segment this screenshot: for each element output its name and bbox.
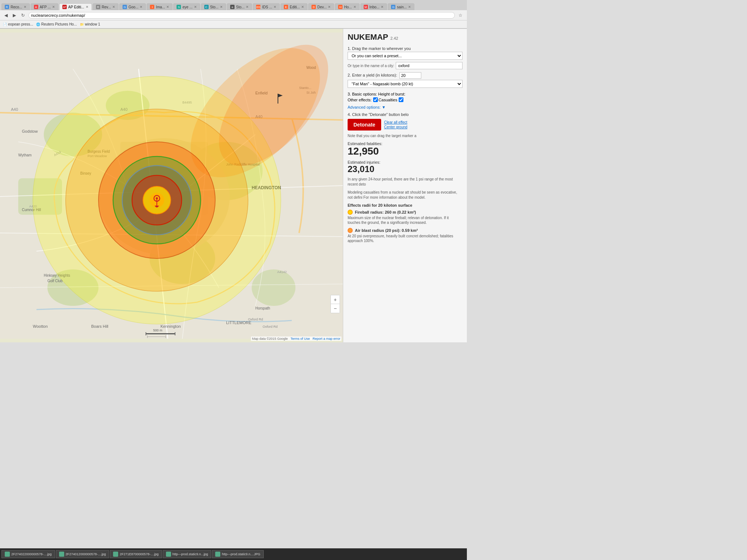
tab-close-sto1[interactable]: ✕ [220, 5, 223, 9]
step3-section: 3. Basic options: Height of burst: Other… [348, 92, 462, 102]
tab-ho[interactable]: H Ho... ✕ [335, 3, 359, 10]
sidebar: NUKEMAP 2.42 1. Drag the marker to where… [343, 29, 467, 342]
city-label: Or type in the name of a city: [348, 64, 394, 68]
back-button[interactable]: ◀ [3, 12, 9, 19]
tab-afp[interactable]: A AFP ... ✕ [31, 3, 58, 10]
tab-favicon-sain: G [391, 5, 395, 9]
tab-label-ap: AP Editi... [68, 5, 84, 9]
casualties-checkbox[interactable] [373, 97, 378, 102]
svg-text:A4142: A4142 [277, 270, 287, 274]
preset-select[interactable]: Or you can select a preset... [348, 52, 462, 60]
terms-link[interactable]: Terms of Use [290, 337, 310, 341]
tab-label-inbox: Inbo... [369, 5, 380, 9]
tab-close-ima[interactable]: ✕ [166, 5, 169, 9]
svg-text:Oxford Rd: Oxford Rd [248, 318, 263, 321]
tab-label-reco: Reco... [11, 5, 22, 9]
step2-label: 2. Enter a yield (in kilotons): [348, 73, 397, 77]
airblast-name: Air blast radius (20 psi): 0.59 km² [355, 228, 418, 233]
tab-close-rev[interactable]: ✕ [112, 5, 115, 9]
tab-label-edit: Editi... [290, 5, 300, 9]
tab-close-sto2[interactable]: ✕ [246, 5, 249, 9]
bookmark-icon-eopean: 📄 [3, 23, 7, 26]
tab-close-edit[interactable]: ✕ [301, 5, 304, 9]
airblast-effect: Air blast radius (20 psi): 0.59 km² At 2… [348, 228, 462, 243]
tab-edit[interactable]: E Editi... ✕ [280, 3, 307, 10]
tab-ids[interactable]: IDS IDS ... ✕ [253, 3, 280, 10]
tab-label-sto2: Sto... [236, 5, 244, 9]
zoom-out-button[interactable]: − [331, 304, 340, 313]
bookmark-eopean[interactable]: 📄 eopean press... [3, 22, 33, 26]
tab-close-eye[interactable]: ✕ [194, 5, 197, 9]
address-bar: ◀ ▶ ↻ ☆ [0, 10, 467, 20]
step1-label: 1. Drag the marker to wherever you [348, 46, 462, 51]
fireball-effect: Fireball radius: 260 m (0.22 km²) Maximu… [348, 210, 462, 225]
bookmark-star[interactable]: ☆ [457, 12, 464, 19]
step2-section: 2. Enter a yield (in kilotons): "Fat Man… [348, 72, 462, 89]
effects-checkbox-label[interactable] [399, 97, 403, 102]
tab-close-inbox[interactable]: ✕ [381, 5, 384, 9]
tab-rev[interactable]: R Rev... ✕ [93, 3, 119, 10]
svg-text:A40: A40 [11, 107, 18, 112]
nukemap-title: NUKEMAP [348, 32, 388, 42]
bookmark-label-window1: window 1 [85, 22, 100, 26]
tab-label-sain: sain... [397, 5, 407, 9]
advanced-toggle[interactable]: Advanced options: ▼ [348, 105, 386, 109]
bookmarks-bar: 📄 eopean press... 🌐 Reuters Pictures Ho.… [0, 20, 467, 28]
fireball-circle-icon [348, 210, 353, 215]
tab-ima[interactable]: I Ima... ✕ [147, 3, 173, 10]
address-input[interactable] [28, 12, 455, 19]
tab-sain[interactable]: G sain... ✕ [388, 3, 414, 10]
yield-preset-select[interactable]: "Fat Man" - Nagasaki bomb (20 kt) [348, 80, 462, 88]
tab-favicon-ho: H [338, 5, 342, 9]
tab-inbox[interactable]: M Inbo... ✕ [360, 3, 387, 10]
map-attribution: Map data ©2015 Google Terms of Use Repor… [251, 337, 341, 341]
bookmark-window1[interactable]: 📁 window 1 [80, 22, 100, 26]
forward-button[interactable]: ▶ [11, 12, 18, 19]
effects-checkbox[interactable] [399, 97, 403, 102]
tab-close-ho[interactable]: ✕ [353, 5, 356, 9]
tab-close-reco[interactable]: ✕ [24, 5, 27, 9]
city-input[interactable] [396, 62, 462, 69]
svg-text:Golf Club: Golf Club [47, 279, 63, 283]
svg-text:Wytham: Wytham [18, 153, 32, 157]
report-link[interactable]: Report a map error [313, 337, 340, 341]
tab-close-ap[interactable]: ✕ [86, 5, 89, 9]
tab-close-goo[interactable]: ✕ [140, 5, 143, 9]
tab-ap[interactable]: AP AP Editi... ✕ [59, 3, 92, 10]
tab-label-ids: IDS ... [262, 5, 272, 9]
center-ground-link[interactable]: Center ground [384, 125, 407, 129]
casualties-label: Casualties [379, 98, 397, 102]
zoom-in-button[interactable]: + [331, 295, 340, 304]
bookmark-reuters[interactable]: 🌐 Reuters Pictures Ho... [36, 22, 77, 26]
tab-sto1[interactable]: C Sto... ✕ [201, 3, 226, 10]
clear-effects-link[interactable]: Clear all effect [384, 120, 407, 124]
action-links: Clear all effect Center ground [384, 120, 407, 129]
injuries-label: Estimated injuries: [348, 160, 462, 164]
tab-close-ids[interactable]: ✕ [274, 5, 276, 9]
svg-text:Boars Hill: Boars Hill [91, 324, 108, 328]
svg-point-6 [252, 269, 295, 306]
yield-input[interactable] [399, 72, 421, 79]
tab-close-sain[interactable]: ✕ [408, 5, 411, 9]
reload-button[interactable]: ↻ [20, 12, 26, 19]
tab-goo[interactable]: G Goo... ✕ [119, 3, 146, 10]
casualties-checkbox-label[interactable]: Casualties [373, 97, 397, 102]
injuries-value: 23,010 [348, 164, 462, 174]
fatalities-value: 12,950 [348, 146, 462, 157]
tab-dev[interactable]: D Dev... ✕ [308, 3, 334, 10]
browser-chrome: R Reco... ✕ A AFP ... ✕ AP AP Editi... ✕… [0, 0, 467, 29]
airblast-desc: At 20 psi overpressure, heavily built co… [348, 234, 462, 243]
detonate-button[interactable]: Detonate [348, 119, 381, 131]
tab-label-ima: Ima... [156, 5, 165, 9]
tab-label-goo: Goo... [128, 5, 138, 9]
tab-eye[interactable]: S eye ... ✕ [173, 3, 200, 10]
tab-close-dev[interactable]: ✕ [328, 5, 331, 9]
tab-sto2[interactable]: a Sto... ✕ [227, 3, 252, 10]
svg-text:Kennington: Kennington [160, 324, 181, 328]
tab-favicon-ap: AP [62, 5, 67, 9]
tab-favicon-inbox: M [364, 5, 368, 9]
tab-reco[interactable]: R Reco... ✕ [1, 3, 30, 10]
tab-close-afp[interactable]: ✕ [52, 5, 55, 9]
step1-section: 1. Drag the marker to wherever you Or yo… [348, 46, 462, 69]
map-container[interactable]: A40 A40 A40 A414 B4495 A420 A4142 [0, 29, 343, 342]
